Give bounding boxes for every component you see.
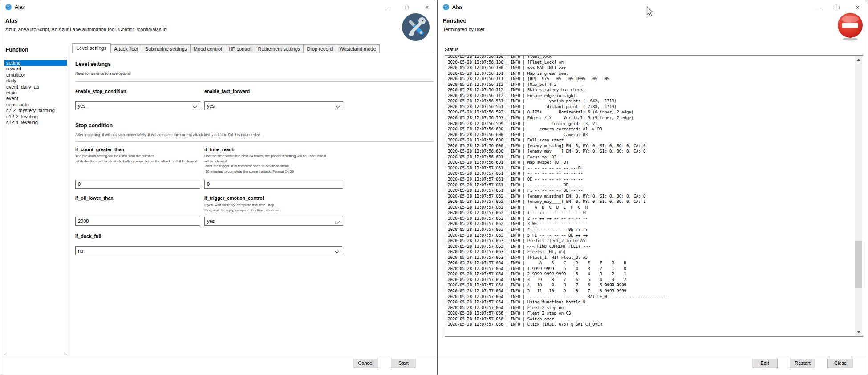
if-trigger-emotion-control-value: yes (207, 218, 215, 224)
window-title: Alas (452, 4, 462, 10)
sidebar-item-daily[interactable]: daily (4, 78, 67, 84)
if-dock-full-value: no (78, 248, 83, 254)
log-output[interactable]: 2020-05-28 12:07:56.100 | INFO | fleet_l… (445, 55, 863, 327)
tools-icon (402, 13, 430, 41)
function-label: Function (6, 47, 28, 53)
left-window: Alas — □ × Alas AzurLaneAutoScript, An A… (0, 0, 438, 375)
sidebar-item-reward[interactable]: reward (4, 66, 67, 72)
right-window: Alas — □ × Finished Terminated by user S… (438, 0, 868, 375)
field-label-if-trigger-emotion-control: if_trigger_emotion_control (204, 195, 264, 201)
scrollbar-up-button[interactable] (855, 56, 862, 64)
window-title: Alas (15, 4, 25, 10)
if-time-reach-input[interactable] (204, 180, 343, 189)
chevron-down-icon (336, 104, 340, 109)
enable-stop-condition-select[interactable]: yes (75, 101, 200, 110)
settings-tab-bar: Level settings Attack fleet Submarine se… (72, 43, 379, 53)
if-count-greater-than-input[interactable] (75, 180, 200, 189)
sidebar-item-event[interactable]: event (4, 96, 67, 101)
maximize-button[interactable]: □ (397, 0, 417, 14)
stop-condition-heading: Stop condition (75, 122, 113, 129)
sidebar-item-c12-4-leveling[interactable]: c12-4_leveling (4, 120, 67, 125)
chevron-down-icon (193, 104, 197, 109)
level-settings-heading: Level settings (75, 61, 111, 67)
tab-hp-control[interactable]: HP control (225, 44, 255, 53)
enable-fast-forward-select[interactable]: yes (204, 101, 343, 110)
status-label: Status (445, 47, 458, 52)
tab-level-settings[interactable]: Level settings (72, 43, 111, 53)
if-dock-full-select[interactable]: no (75, 246, 342, 255)
sidebar-item-setting[interactable]: setting (4, 60, 67, 66)
field-label-enable-stop-condition: enable_stop_condition (75, 89, 126, 94)
tab-attack-fleet[interactable]: Attack fleet (110, 44, 142, 53)
close-footer-button[interactable]: Close (827, 359, 853, 368)
minimize-button[interactable]: — (377, 0, 397, 14)
field-label-if-time-reach: if_time_reach (204, 147, 235, 152)
sidebar-item-semi-auto[interactable]: semi_auto (4, 102, 67, 108)
page-title: Alas (5, 17, 17, 24)
restart-button[interactable]: Restart (790, 359, 815, 368)
if-count-greater-than-description: The previous setting will be used, and t… (75, 153, 198, 164)
scrollbar-down-button[interactable] (855, 328, 862, 336)
sidebar-divider (71, 44, 71, 356)
field-label-if-count-greater-than: if_count_greater_than (75, 147, 124, 152)
start-button[interactable]: Start (391, 359, 416, 368)
sidebar-item-c12-2-leveling[interactable]: c12-2_leveling (4, 114, 67, 120)
field-label-if-oil-lower-than: if_oil_lower_than (75, 195, 114, 201)
if-oil-lower-than-input[interactable] (75, 217, 200, 226)
chevron-down-icon (336, 219, 340, 224)
section-divider (75, 141, 434, 142)
scrollbar-thumb[interactable] (855, 241, 862, 288)
alas-app-icon (442, 4, 450, 11)
triangle-down-icon (857, 331, 860, 333)
if-trigger-emotion-control-description: If yes, wait for reply, complete this ti… (204, 202, 279, 213)
close-button[interactable]: × (417, 0, 437, 14)
alas-app-icon (5, 4, 12, 11)
left-titlebar[interactable]: Alas — □ × (0, 0, 437, 14)
enable-fast-forward-value: yes (207, 103, 215, 109)
sidebar-item-c7-2-mystery-farming[interactable]: c7-2_mystery_farming (4, 108, 67, 113)
log-scrollbar[interactable] (855, 56, 862, 336)
page-subtitle: AzurLaneAutoScript, An Azur Lane automat… (5, 27, 167, 32)
sidebar-item-emulator[interactable]: emulator (4, 72, 67, 78)
edit-button[interactable]: Edit (752, 359, 778, 368)
footer-divider (438, 356, 868, 356)
left-window-controls: — □ × (377, 0, 437, 14)
function-listbox[interactable]: setting reward emulator daily event_dail… (4, 59, 67, 355)
enable-stop-condition-value: yes (78, 103, 85, 109)
minimize-button[interactable]: — (807, 0, 827, 14)
tab-drop-record[interactable]: Drop record (303, 44, 336, 53)
section-divider (75, 81, 434, 82)
field-label-enable-fast-forward: enable_fast_forward (204, 89, 250, 94)
sidebar-item-main[interactable]: main (4, 90, 67, 96)
status-subtitle: Terminated by user (443, 27, 485, 32)
stop-icon (836, 12, 864, 41)
footer-divider (0, 356, 437, 356)
tab-wasteland-mode[interactable]: Wasteland mode (336, 44, 379, 53)
if-trigger-emotion-control-select[interactable]: yes (204, 217, 343, 226)
tab-retirement-settings[interactable]: Retirement settings (255, 44, 304, 53)
level-settings-description: Need to run once to save options (75, 71, 131, 76)
status-title: Finished (443, 17, 466, 24)
cancel-button[interactable]: Cancel (353, 359, 378, 368)
if-time-reach-description: Use the time within the next 24 hours, t… (204, 153, 326, 174)
chevron-down-icon (335, 249, 339, 254)
tab-submarine-settings[interactable]: Submarine settings (142, 44, 191, 53)
log-panel: 2020-05-28 12:07:56.100 | INFO | fleet_l… (445, 55, 863, 337)
field-label-if-dock-full: if_dock_full (75, 234, 101, 239)
triangle-up-icon (857, 59, 860, 61)
right-titlebar[interactable]: Alas — □ × (438, 0, 868, 14)
tab-mood-control[interactable]: Mood control (190, 44, 226, 53)
stop-condition-description: After triggering, it will not stop immed… (75, 133, 261, 137)
sidebar-item-event-daily-ab[interactable]: event_daily_ab (4, 84, 67, 90)
